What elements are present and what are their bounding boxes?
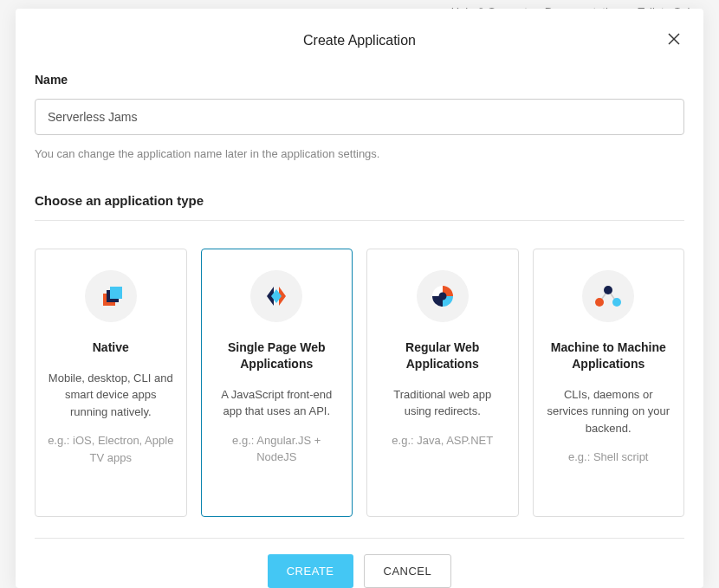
cancel-button[interactable]: CANCEL (364, 554, 452, 588)
type-card-spa[interactable]: Single Page Web Applications A JavaScrip… (201, 249, 353, 517)
card-eg: e.g.: Shell script (546, 449, 672, 466)
card-eg: e.g.: iOS, Electron, Apple TV apps (48, 432, 174, 466)
m2m-icon (582, 270, 634, 322)
card-desc: A JavaScript front-end app that uses an … (214, 386, 340, 420)
create-button[interactable]: CREATE (268, 554, 353, 588)
card-title: Single Page Web Applications (214, 339, 340, 372)
modal-footer: CREATE CANCEL (35, 538, 684, 588)
svg-point-13 (612, 298, 621, 307)
svg-rect-4 (110, 287, 122, 299)
regular-web-icon (417, 270, 469, 322)
close-icon (667, 32, 681, 46)
type-card-regular-web[interactable]: Regular Web Applications Traditional web… (366, 249, 519, 517)
svg-point-12 (595, 298, 604, 307)
close-button[interactable] (664, 29, 684, 50)
card-desc: Traditional web app using redirects. (379, 386, 506, 420)
application-type-grid: Native Mobile, desktop, CLI and smart de… (35, 249, 684, 517)
card-eg: e.g.: Angular.JS + NodeJS (214, 432, 340, 466)
card-desc: CLIs, daemons or services running on you… (546, 386, 672, 437)
card-title: Native (48, 339, 174, 356)
card-title: Machine to Machine Applications (546, 339, 672, 372)
create-application-modal: Create Application Name You can change t… (16, 9, 703, 588)
name-helper-text: You can change the application name late… (35, 147, 684, 160)
type-card-native[interactable]: Native Mobile, desktop, CLI and smart de… (35, 249, 187, 517)
card-title: Regular Web Applications (379, 339, 506, 372)
native-icon (85, 270, 137, 322)
card-eg: e.g.: Java, ASP.NET (379, 432, 506, 449)
card-desc: Mobile, desktop, CLI and smart device ap… (48, 370, 174, 421)
application-type-label: Choose an application type (35, 193, 684, 221)
svg-point-8 (438, 293, 446, 300)
svg-point-11 (604, 286, 612, 294)
type-card-m2m[interactable]: Machine to Machine Applications CLIs, da… (533, 249, 685, 517)
modal-title: Create Application (35, 33, 684, 48)
application-name-input[interactable] (35, 99, 684, 135)
name-label: Name (35, 73, 684, 87)
spa-icon (250, 270, 302, 322)
modal-header: Create Application (35, 33, 684, 48)
